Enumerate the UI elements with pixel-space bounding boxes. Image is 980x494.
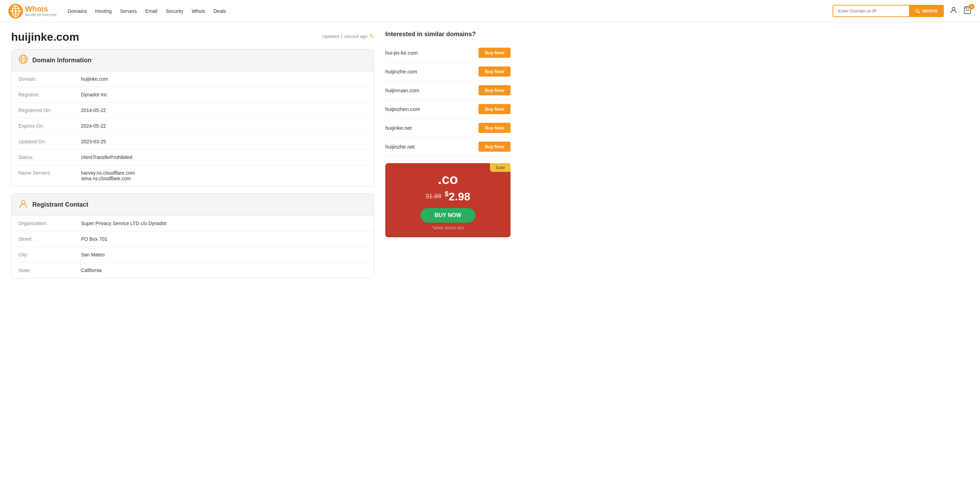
buy-now-button[interactable]: Buy Now <box>479 67 511 76</box>
table-row: Name Servers: harvey.ns.cloudflare.com s… <box>11 165 374 186</box>
site-header: Whois Identity for everyone Domains Host… <box>0 0 980 22</box>
refresh-icon[interactable]: ↻ <box>370 33 374 40</box>
nav-email[interactable]: Email <box>145 8 158 14</box>
similar-domain-name: huijinke.net <box>385 125 412 131</box>
svg-line-5 <box>918 12 920 13</box>
domain-info-icon <box>18 54 28 66</box>
cart-icon[interactable]: 0 <box>963 6 972 16</box>
domain-info-title: Domain Information <box>32 57 91 64</box>
ns-line-1: harvey.ns.cloudflare.com <box>81 170 135 176</box>
row-value: San Mateo <box>81 252 105 257</box>
list-item: hui-jin-ke.com Buy Now <box>385 43 511 62</box>
right-column: Interested in similar domains? hui-jin-k… <box>385 30 511 285</box>
row-label: Registrar: <box>18 92 81 97</box>
similar-domain-name: huijinzhe.com <box>385 69 417 75</box>
promo-buy-button[interactable]: BUY NOW <box>420 208 475 223</box>
similar-title: Interested in similar domains? <box>385 30 511 38</box>
row-label: Name Servers: <box>18 170 81 176</box>
list-item: huijinzhe.net Buy Now <box>385 137 511 156</box>
table-row: Organization: Super Privacy Service LTD … <box>11 216 374 231</box>
row-label: State: <box>18 268 81 273</box>
row-value: California <box>81 268 102 273</box>
nav-deals[interactable]: Deals <box>213 8 226 14</box>
row-value: huijinke.com <box>81 76 108 82</box>
logo-whois-text: Whois <box>25 5 57 13</box>
nav-security[interactable]: Security <box>166 8 184 14</box>
buy-now-button[interactable]: Buy Now <box>479 85 511 95</box>
buy-now-button[interactable]: Buy Now <box>479 104 511 114</box>
row-label: City: <box>18 252 81 257</box>
logo-tagline: Identity for everyone <box>25 13 57 17</box>
nav-servers[interactable]: Servers <box>120 8 137 14</box>
list-item: huijinzhe.com Buy Now <box>385 62 511 81</box>
updated-text: Updated 1 second ago <box>322 34 368 39</box>
buy-now-button[interactable]: Buy Now <box>479 123 511 133</box>
promo-tld: .co <box>392 172 504 187</box>
page-title: huijinke.com <box>11 30 79 43</box>
row-value: Dynadot Inc <box>81 92 107 97</box>
promo-card: Sale .co 31.88 $2.98 BUY NOW *while stoc… <box>385 163 511 237</box>
promo-note: *while stocks last <box>392 225 504 230</box>
logo-icon <box>8 4 23 18</box>
buy-now-button[interactable]: Buy Now <box>479 142 511 152</box>
nav-domains[interactable]: Domains <box>68 8 87 14</box>
table-row: Status: clientTransferProhibited <box>11 150 374 165</box>
registrant-title: Registrant Contact <box>32 201 88 209</box>
table-row: Expires On: 2024-05-22 <box>11 118 374 134</box>
nav-hosting[interactable]: Hosting <box>95 8 111 14</box>
svg-point-4 <box>916 9 919 12</box>
table-row: State: California <box>11 263 374 278</box>
row-value: 2024-05-22 <box>81 123 106 129</box>
search-button-label: WHOIS <box>922 8 937 14</box>
table-row: Registrar: Dynadot Inc <box>11 87 374 103</box>
table-row: Domain: huijinke.com <box>11 71 374 87</box>
promo-price-row: 31.88 $2.98 <box>392 190 504 203</box>
search-button[interactable]: WHOIS <box>909 5 944 17</box>
table-row: Street: PO Box 701 <box>11 231 374 247</box>
registrant-icon <box>18 199 28 210</box>
ns-line-2: sima.ns.cloudflare.com <box>81 176 135 181</box>
similar-domain-name: huijinzhen.com <box>385 106 420 112</box>
updated-line: Updated 1 second ago ↻ <box>322 33 374 40</box>
registrant-header: Registrant Contact <box>11 194 374 216</box>
search-area: WHOIS <box>832 5 944 17</box>
row-label: Organization: <box>18 221 81 226</box>
logo-link[interactable]: Whois Identity for everyone <box>8 4 57 18</box>
search-input[interactable] <box>832 5 909 17</box>
nav-whois[interactable]: Whois <box>192 8 205 14</box>
row-value: 2014-05-22 <box>81 107 106 113</box>
account-icon[interactable] <box>950 6 958 16</box>
similar-domain-name: huijinzhe.net <box>385 144 415 150</box>
header-icons: 0 <box>950 6 972 16</box>
svg-point-11 <box>22 201 25 204</box>
row-value: 2023-03-25 <box>81 139 106 144</box>
row-value: PO Box 701 <box>81 236 107 242</box>
list-item: huijinke.net Buy Now <box>385 119 511 137</box>
row-label: Registered On: <box>18 107 81 113</box>
list-item: huijinzhen.com Buy Now <box>385 100 511 119</box>
main-nav: Domains Hosting Servers Email Security W… <box>68 8 827 14</box>
left-column: huijinke.com Updated 1 second ago ↻ <box>11 30 374 285</box>
main-content: huijinke.com Updated 1 second ago ↻ <box>0 22 522 293</box>
promo-old-price: 31.88 <box>426 193 441 200</box>
promo-new-price: $2.98 <box>445 190 470 203</box>
sale-badge: Sale <box>490 163 511 172</box>
row-label: Domain: <box>18 76 81 82</box>
registrant-card: Registrant Contact Organization: Super P… <box>11 193 374 278</box>
similar-domain-name: hui-jin-ke.com <box>385 50 418 56</box>
buy-now-button[interactable]: Buy Now <box>479 48 511 58</box>
list-item: huijinruan.com Buy Now <box>385 81 511 100</box>
table-row: Registered On: 2014-05-22 <box>11 103 374 118</box>
row-value: clientTransferProhibited <box>81 155 132 160</box>
row-label: Updated On: <box>18 139 81 144</box>
domain-info-card: Domain Information Domain: huijinke.com … <box>11 49 374 186</box>
table-row: City: San Mateo <box>11 247 374 263</box>
table-row: Updated On: 2023-03-25 <box>11 134 374 150</box>
cart-badge: 0 <box>969 4 974 10</box>
domain-info-header: Domain Information <box>11 49 374 71</box>
row-label: Expires On: <box>18 123 81 129</box>
similar-domain-name: huijinruan.com <box>385 87 419 93</box>
promo-dollar: $ <box>445 190 449 198</box>
row-value: Super Privacy Service LTD c/o Dynadot <box>81 221 167 226</box>
row-label: Street: <box>18 236 81 242</box>
